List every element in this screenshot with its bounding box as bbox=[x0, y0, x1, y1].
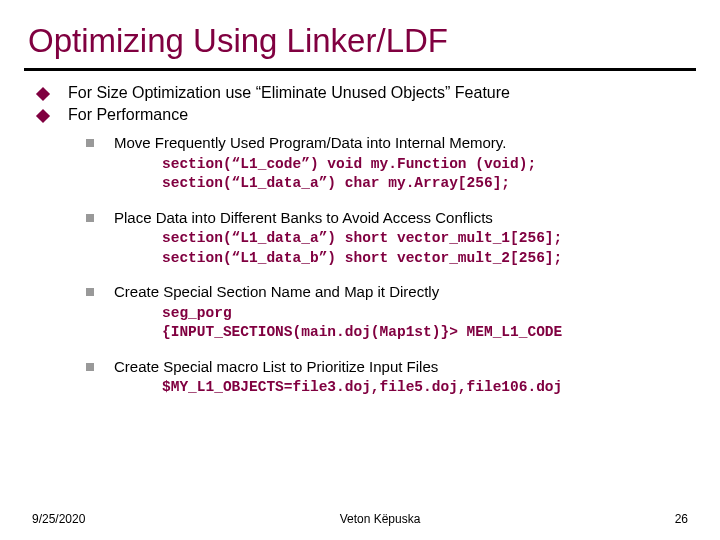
footer-author: Veton Këpuska bbox=[340, 512, 421, 526]
sub-item: Move Frequently Used Program/Data into I… bbox=[86, 133, 692, 153]
code-block: section(“L1_code”) void my.Function (voi… bbox=[86, 155, 692, 194]
sub-text: Create Special Section Name and Map it D… bbox=[114, 282, 439, 302]
content-area: For Size Optimization use “Eliminate Unu… bbox=[0, 83, 720, 398]
sub-text: Create Special macro List to Prioritize … bbox=[114, 357, 438, 377]
slide-title: Optimizing Using Linker/LDF bbox=[0, 0, 720, 68]
square-icon bbox=[86, 139, 94, 147]
sub-item: Create Special Section Name and Map it D… bbox=[86, 282, 692, 302]
code-block: $MY_L1_OBJECTS=file3.doj,file5.doj,file1… bbox=[86, 378, 692, 398]
diamond-icon bbox=[36, 87, 50, 101]
square-icon bbox=[86, 363, 94, 371]
sub-text: Move Frequently Used Program/Data into I… bbox=[114, 133, 506, 153]
sub-item: Place Data into Different Banks to Avoid… bbox=[86, 208, 692, 228]
bullet-item: For Performance bbox=[38, 105, 692, 125]
sub-list: Move Frequently Used Program/Data into I… bbox=[38, 127, 692, 398]
footer-page: 26 bbox=[675, 512, 688, 526]
bullet-text: For Size Optimization use “Eliminate Unu… bbox=[68, 83, 510, 103]
footer-date: 9/25/2020 bbox=[32, 512, 85, 526]
bullet-item: For Size Optimization use “Eliminate Unu… bbox=[38, 83, 692, 103]
square-icon bbox=[86, 288, 94, 296]
sub-item: Create Special macro List to Prioritize … bbox=[86, 357, 692, 377]
title-rule bbox=[24, 68, 696, 71]
diamond-icon bbox=[36, 109, 50, 123]
code-block: seg_porg {INPUT_SECTIONS(main.doj(Map1st… bbox=[86, 304, 692, 343]
code-block: section(“L1_data_a”) short vector_mult_1… bbox=[86, 229, 692, 268]
square-icon bbox=[86, 214, 94, 222]
footer: 9/25/2020 Veton Këpuska 26 bbox=[0, 512, 720, 526]
sub-text: Place Data into Different Banks to Avoid… bbox=[114, 208, 493, 228]
bullet-text: For Performance bbox=[68, 105, 188, 125]
